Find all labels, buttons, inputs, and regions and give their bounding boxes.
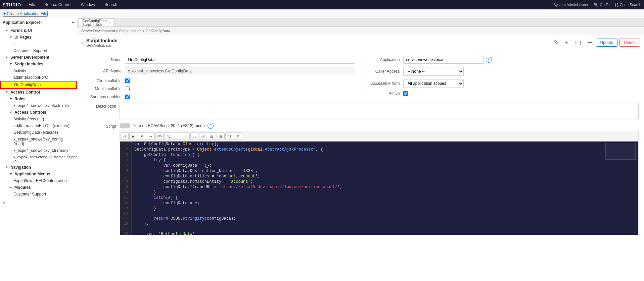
sidebar-item-expertflow[interactable]: Expertflow - EFCX Integration (0, 177, 77, 184)
caller-access-select[interactable]: -- None -- (403, 67, 464, 76)
field-application-row: Application i (366, 56, 634, 64)
code-search-button[interactable]: { } Code Search (615, 3, 641, 7)
drag-handle[interactable]: ≡ (81, 40, 84, 45)
ellipsis-button[interactable]: ••• (586, 39, 594, 46)
tab-close-icon[interactable]: × (109, 21, 111, 24)
toolbar-snippet-btn[interactable]: { } (225, 132, 233, 140)
sidebar-item-add-interaction[interactable]: addInteractionForCTI (0, 74, 77, 81)
active-checkbox[interactable] (403, 91, 408, 96)
client-callable-checkbox[interactable] (125, 78, 130, 83)
description-label: Description (83, 103, 120, 109)
sidebar-item-ac-config-read[interactable]: x_expe4_snowefcxv_config (read) (0, 136, 77, 147)
toolbar-up-btn[interactable]: ↑ (182, 132, 190, 140)
toolbar-image-btn[interactable]: 🖼 (208, 132, 216, 140)
script-toolbar: ↺ ▶ // ⇔ </> 🔍 ↓ ↑ ⛶ 🔗 🖼 ▦ { (120, 131, 639, 141)
form-two-col: Name API Name Client callable Mobil (83, 56, 639, 103)
sidebar-section-access-controls[interactable]: ▼ Access Controls (0, 109, 77, 116)
toolbar-down-btn[interactable]: ↓ (173, 132, 181, 140)
menu-dots-button[interactable]: ⋮⋮ (572, 39, 584, 46)
triangle-forms-ui: ▼ (5, 29, 8, 32)
sidebar-item-ac-activity[interactable]: Activity (execute) (0, 116, 77, 122)
sidebar-item-activity[interactable]: Activity (0, 67, 77, 74)
toolbar-tag-btn[interactable]: </> (155, 132, 164, 140)
sidebar-collapse-icon[interactable]: − (72, 20, 74, 25)
ecmascript-toggle[interactable] (120, 123, 130, 128)
code-editor[interactable]: 1 var GetConfigData = Class.create(); 2 … (120, 141, 639, 235)
field-name-row: Name (88, 56, 355, 64)
sidebar-item-ac-add-interaction[interactable]: addInteractionForCTI (execute) (0, 122, 77, 129)
menu-search[interactable]: Search (102, 2, 119, 8)
sidebar-section-ui-pages[interactable]: ▼ UI Pages (0, 34, 77, 41)
application-input[interactable] (403, 56, 484, 64)
code-line: 14 (120, 211, 638, 216)
field-client-callable-row: Client callable (88, 78, 355, 83)
toolbar-link-btn[interactable]: 🔗 (199, 132, 207, 140)
sidebar-section-modules[interactable]: ▼ Modules (0, 184, 77, 191)
toolbar-wrap-btn[interactable]: ⇔ (147, 132, 155, 140)
field-sandbox-row: Sandbox enabled (88, 95, 355, 99)
sidebar-section-navigation[interactable]: ▼ Navigation (0, 164, 77, 171)
mobile-callable-checkbox[interactable] (125, 87, 130, 91)
form-actions: 📎 ＋ ⋮⋮ ••• Update Delete (552, 39, 640, 47)
client-callable-label: Client callable (88, 78, 125, 83)
toolbar-gear-btn[interactable]: ⚙ (234, 132, 242, 140)
update-button[interactable]: Update (596, 39, 618, 47)
menu-source-control[interactable]: Source Control (42, 2, 73, 8)
tab-get-config-data[interactable]: GetConfigData Script Include × (79, 18, 114, 26)
add-button[interactable]: ＋ (563, 39, 570, 46)
name-input[interactable] (125, 56, 355, 64)
toggle-help-icon[interactable]: ? (208, 123, 214, 129)
tab-bar: GetConfigData Script Include × (77, 18, 644, 27)
sidebar-item-cti[interactable]: cti (0, 41, 77, 47)
sidebar-section-roles[interactable]: ▼ Roles (0, 96, 77, 102)
studio-brand: STUDIO (3, 2, 21, 7)
sidebar-section-script-includes[interactable]: ▼ Script Includes (0, 61, 77, 67)
mobile-callable-label: Mobile callable (88, 87, 125, 91)
toolbar-find-btn[interactable]: 🔍 (164, 132, 172, 140)
sidebar-item-customer-support[interactable]: Customer_Support (0, 47, 77, 54)
sidebar-item-role-1[interactable]: x_expe4_snowefcxv.efcxti_role (0, 102, 77, 109)
code-line: 6 configData.Destination_Number = '1333'… (120, 168, 638, 174)
sidebar-section-access-control[interactable]: ▼ Access Control (0, 89, 77, 96)
toolbar-fullscreen-btn[interactable]: ⛶ (190, 132, 198, 140)
sidebar-item-ac-cti-read[interactable]: x_expe4_snowefcxv_cti (read) (0, 147, 77, 154)
code-line: 16 }, (120, 221, 638, 227)
menu-right: System Administrator 🔍 Go To { } Code Se… (553, 3, 641, 7)
code-line: 18 type: 'GetConfigData' (120, 231, 638, 235)
code-line: 12 configData = e; (120, 201, 638, 206)
form-title-main: Script Include (86, 38, 118, 43)
toolbar-refresh-btn[interactable]: ↺ (121, 132, 129, 140)
sidebar-bottom: ▶ (0, 199, 77, 206)
toolbar-table-btn[interactable]: ▦ (217, 132, 225, 140)
toolbar-run-btn[interactable]: ▶ (129, 132, 137, 140)
create-application-file-button[interactable]: + Create Application File (3, 11, 48, 17)
sidebar-section-server-dev[interactable]: ▼ Server Development (0, 54, 77, 61)
caller-access-label: Caller Access (366, 69, 403, 74)
api-name-input[interactable] (125, 67, 355, 75)
menu-window[interactable]: Window (79, 2, 97, 8)
user-display: System Administrator (553, 3, 588, 7)
api-name-label: API Name (88, 69, 125, 73)
code-line: 11 catch(e) { (120, 195, 638, 201)
sidebar-item-ac-get-config[interactable]: GetConfigData (execute) (0, 129, 77, 136)
sidebar-item-get-config-data[interactable]: GetConfigData (0, 81, 77, 89)
sandbox-checkbox[interactable] (125, 95, 130, 99)
sidebar-item-customer-support-module[interactable]: Customer Support (0, 191, 77, 198)
toolbar-comment-btn[interactable]: // (138, 132, 146, 140)
field-caller-access-row: Caller Access -- None -- (366, 67, 634, 76)
code-line: 10 } (120, 190, 638, 195)
description-textarea[interactable] (120, 103, 639, 119)
delete-button[interactable]: Delete (619, 39, 640, 47)
go-to-button[interactable]: 🔍 Go To (594, 3, 609, 7)
code-line: 4 try { (120, 158, 638, 163)
menu-file[interactable]: File (27, 2, 37, 8)
accessible-from-select[interactable]: All application scopes (403, 79, 464, 88)
paperclip-button[interactable]: 📎 (552, 39, 561, 46)
sidebar-section-app-menus[interactable]: ▼ Application Menus (0, 171, 77, 177)
sidebar-title: Application Explorer (3, 20, 42, 25)
field-accessible-from-row: Accessible from All application scopes (366, 79, 634, 88)
sidebar-section-forms-ui[interactable]: ▼ Forms & UI (0, 27, 77, 34)
info-icon[interactable]: i (486, 57, 492, 63)
sidebar: Application Explorer − ▼ Forms & UI ▼ UI… (0, 18, 77, 281)
sidebar-item-ac-customer-read[interactable]: x_expe4_snowefcxv_Customer_Support (r (0, 154, 77, 164)
